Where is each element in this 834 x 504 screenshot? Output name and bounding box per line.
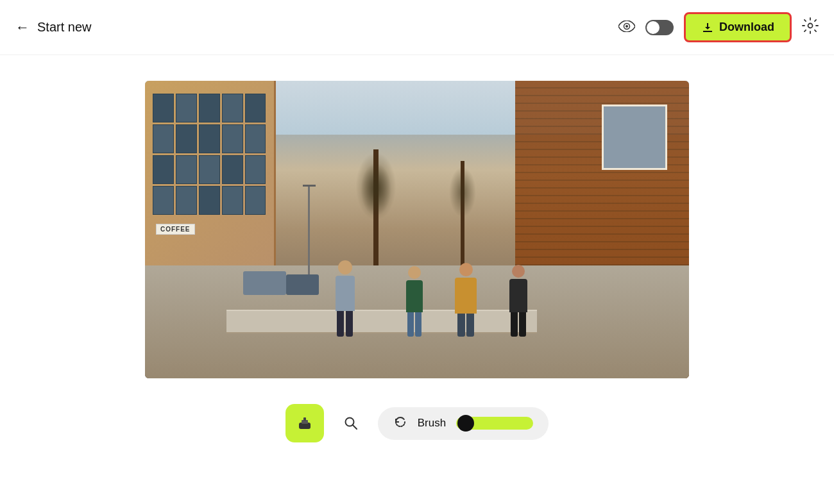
back-arrow-icon[interactable]: ← — [15, 21, 30, 35]
person-4 — [509, 265, 527, 337]
download-icon — [701, 21, 714, 34]
start-new-nav[interactable]: ← Start new — [15, 20, 91, 35]
car-1 — [243, 271, 287, 295]
toolbar: Brush — [285, 404, 549, 442]
download-button[interactable]: Download — [684, 12, 792, 42]
settings-icon[interactable] — [802, 17, 819, 38]
main-content: COFFEE — [0, 55, 834, 442]
brush-size-slider[interactable] — [456, 417, 533, 430]
app-header: ← Start new Download — [0, 0, 834, 55]
undo-icon — [393, 415, 407, 429]
tree-trunk-1 — [373, 149, 379, 283]
header-actions: Download — [618, 12, 819, 42]
brush-slider-thumb[interactable] — [457, 415, 474, 432]
person-1 — [336, 260, 355, 337]
brush-tool-button[interactable] — [285, 404, 324, 442]
page-title: Start new — [37, 20, 91, 35]
search-icon — [344, 416, 358, 430]
brush-controls-panel: Brush — [378, 407, 549, 440]
preview-toggle[interactable] — [645, 20, 674, 35]
photo-background: COFFEE — [145, 81, 689, 378]
svg-point-1 — [626, 25, 628, 28]
undo-button[interactable] — [393, 415, 407, 432]
svg-line-7 — [352, 425, 357, 430]
eraser-icon — [296, 415, 313, 432]
download-label: Download — [719, 21, 774, 34]
sidewalk — [226, 310, 536, 333]
brush-label: Brush — [418, 417, 446, 430]
streetlight-pole — [308, 185, 310, 274]
main-image: COFFEE — [145, 81, 689, 378]
svg-point-2 — [808, 23, 813, 28]
left-building — [145, 81, 276, 283]
tree-trunk-2 — [461, 161, 464, 274]
car-2 — [286, 274, 319, 295]
window-right — [602, 105, 667, 170]
coffee-sign: COFFEE — [156, 224, 195, 235]
search-tool-button[interactable] — [337, 409, 365, 437]
person-2 — [406, 266, 423, 337]
svg-rect-5 — [303, 417, 306, 421]
person-3 — [455, 263, 477, 337]
eye-icon[interactable] — [618, 19, 635, 36]
